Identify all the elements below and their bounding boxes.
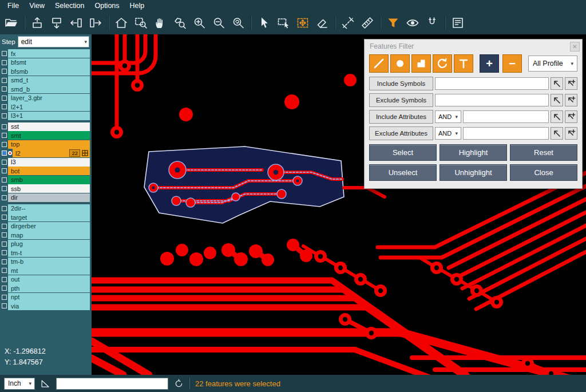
- zoom-in-icon[interactable]: [191, 15, 207, 31]
- import-bottom-icon[interactable]: [49, 15, 65, 31]
- layer-cell[interactable]: bfsmt: [8, 58, 90, 67]
- layer-visibility-checkbox[interactable]: [2, 104, 7, 109]
- layer-visibility-checkbox[interactable]: [2, 96, 7, 101]
- surface-tool-button[interactable]: [411, 54, 431, 73]
- exclude-symbols-input[interactable]: [435, 94, 549, 106]
- layer-cell[interactable]: smd_t: [8, 76, 90, 85]
- layer-cell[interactable]: target: [8, 213, 90, 221]
- layer-visibility-checkbox[interactable]: [2, 295, 7, 300]
- layer-visibility-checkbox[interactable]: [2, 86, 7, 92]
- layer-visibility-checkbox[interactable]: [2, 224, 7, 229]
- layer-cell[interactable]: ssb: [8, 184, 90, 193]
- menu-item-options[interactable]: Options: [89, 1, 124, 11]
- layer-visibility-checkbox[interactable]: [2, 60, 7, 65]
- layer-cell[interactable]: smb: [8, 176, 90, 184]
- refresh-icon[interactable]: [173, 378, 184, 389]
- exclude-symbols-button[interactable]: Exclude Symbols: [369, 93, 433, 107]
- layer-visibility-checkbox[interactable]: [2, 69, 7, 74]
- import-top-icon[interactable]: [29, 15, 45, 31]
- menu-item-view[interactable]: View: [24, 1, 50, 11]
- layer-cell[interactable]: mt: [8, 266, 90, 275]
- exclude-attributes-operator-select[interactable]: AND▾: [435, 127, 461, 140]
- pointer-icon[interactable]: [256, 15, 272, 31]
- layer-cell[interactable]: l3+1: [8, 112, 90, 120]
- include-symbols-button[interactable]: Include Symbols: [369, 77, 433, 90]
- layer-visibility-checkbox[interactable]: [2, 206, 7, 211]
- layer-cell[interactable]: tm-t: [8, 248, 90, 257]
- add-filter-button[interactable]: +: [480, 54, 499, 73]
- layer-visibility-checkbox[interactable]: [2, 51, 7, 56]
- layer-visibility-checkbox[interactable]: [2, 186, 7, 191]
- remove-filter-button[interactable]: −: [502, 54, 522, 73]
- eraser-icon[interactable]: [314, 15, 330, 31]
- layer-visibility-checkbox[interactable]: [2, 286, 7, 291]
- layer-cell[interactable]: pth: [8, 284, 90, 292]
- layer-cell[interactable]: dirgerber: [8, 222, 90, 231]
- step-select[interactable]: edit ▾: [18, 36, 89, 47]
- include-symbols-pick-button[interactable]: [551, 77, 563, 90]
- units-select[interactable]: Inch ▾: [4, 378, 35, 390]
- view-options-icon[interactable]: [405, 15, 421, 31]
- layer-visibility-checkbox[interactable]: [2, 232, 7, 237]
- select-rectangle-icon[interactable]: [275, 15, 291, 31]
- unhighlight-button[interactable]: Unhighlight: [440, 164, 507, 181]
- layer-visibility-checkbox[interactable]: [2, 195, 7, 200]
- layer-visibility-checkbox[interactable]: [2, 133, 7, 138]
- layer-visibility-checkbox[interactable]: [2, 124, 7, 129]
- features-filter-icon[interactable]: [385, 15, 401, 31]
- magnet-snap-icon[interactable]: [424, 15, 440, 31]
- unselect-button[interactable]: Unselect: [369, 164, 437, 181]
- layer-cell[interactable]: l222: [13, 149, 90, 157]
- measure-line-icon[interactable]: [340, 15, 356, 31]
- layers-panel-icon[interactable]: [450, 15, 466, 31]
- layer-cell[interactable]: tm-b: [8, 258, 90, 266]
- dialog-titlebar[interactable]: Features Filter ✕: [365, 39, 582, 53]
- exclude-attributes-button[interactable]: Exclude Attributes: [369, 126, 433, 140]
- exclude-attributes-pick-button[interactable]: [551, 127, 563, 140]
- layer-cell[interactable]: out: [8, 275, 90, 284]
- arc-tool-button[interactable]: [433, 54, 452, 73]
- close-button[interactable]: Close: [510, 164, 577, 181]
- include-attributes-pick-add-button[interactable]: [565, 110, 577, 123]
- pcb-canvas[interactable]: Features Filter ✕: [92, 34, 586, 375]
- exclude-attributes-pick-add-button[interactable]: [565, 127, 577, 140]
- layer-cell[interactable]: fx: [8, 49, 90, 58]
- exclude-symbols-pick-button[interactable]: [551, 94, 563, 106]
- pan-hand-icon[interactable]: [152, 15, 168, 31]
- set-square-icon[interactable]: [40, 378, 51, 389]
- layer-visibility-checkbox[interactable]: [2, 142, 7, 147]
- open-folder-icon[interactable]: [3, 15, 19, 31]
- pad-tool-button[interactable]: [390, 54, 410, 73]
- layer-cell[interactable]: 2dir--: [8, 204, 90, 213]
- layer-cell[interactable]: layer_3.gbr: [8, 94, 90, 102]
- layer-visibility-checkbox[interactable]: [2, 303, 7, 308]
- layer-visibility-checkbox[interactable]: [2, 215, 7, 220]
- layer-cell[interactable]: top: [8, 140, 90, 149]
- profile-select[interactable]: All Profile ▾: [528, 56, 577, 72]
- menu-item-help[interactable]: Help: [125, 1, 150, 11]
- zoom-polygon-icon[interactable]: [172, 15, 188, 31]
- zoom-reset-icon[interactable]: [230, 15, 246, 31]
- layer-cell[interactable]: plug: [8, 240, 90, 248]
- menu-item-file[interactable]: File: [2, 1, 24, 11]
- include-attributes-button[interactable]: Include Attributes: [369, 110, 433, 124]
- selected-region[interactable]: [144, 146, 385, 223]
- layer-cell[interactable]: sst: [8, 122, 90, 131]
- measure-ruler-icon[interactable]: [359, 15, 375, 31]
- select-button[interactable]: Select: [369, 144, 437, 161]
- layer-visibility-checkbox[interactable]: [2, 160, 7, 165]
- layer-cell[interactable]: dir: [8, 193, 90, 202]
- layer-visibility-checkbox[interactable]: [2, 268, 7, 273]
- line-tool-button[interactable]: [369, 54, 389, 73]
- move-left-icon[interactable]: [68, 15, 84, 31]
- layer-cell[interactable]: l3: [8, 158, 90, 167]
- highlight-button[interactable]: Highlight: [440, 144, 507, 161]
- layer-visibility-checkbox[interactable]: [2, 78, 7, 83]
- include-attributes-input[interactable]: [463, 110, 549, 123]
- include-symbols-pick-add-button[interactable]: [565, 77, 577, 90]
- menu-item-selection[interactable]: Selection: [50, 1, 89, 11]
- layer-cell[interactable]: npt: [8, 293, 90, 302]
- layer-cell[interactable]: smd_b: [8, 85, 90, 93]
- layer-visibility-checkbox[interactable]: [2, 151, 7, 156]
- layer-visibility-checkbox[interactable]: [2, 241, 7, 247]
